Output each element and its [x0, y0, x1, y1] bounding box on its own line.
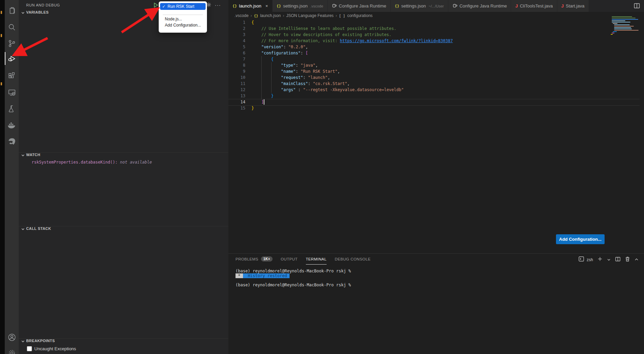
minimap[interactable]: [611, 16, 641, 35]
code-line-8[interactable]: 8 "type": "java",: [228, 62, 644, 68]
code-line-6[interactable]: 6 "configurations": [: [228, 50, 644, 56]
activity-gradle-icon[interactable]: [5, 134, 19, 149]
code-line-1[interactable]: 1{: [228, 19, 644, 26]
activity-search-icon[interactable]: [5, 20, 19, 35]
breadcrumb-separator: ›: [283, 13, 284, 18]
activity-source-control-icon[interactable]: [5, 36, 19, 51]
watch-expression-row[interactable]: rskSystemProperties.databaseKind(): not …: [32, 160, 152, 165]
breadcrumb-item[interactable]: {} launch.json: [254, 13, 281, 18]
dropdown-item-add-configuration[interactable]: Add Configuration...: [165, 23, 201, 28]
watch-section-header[interactable]: WATCH: [21, 153, 40, 157]
start-debugging-play-icon[interactable]: [153, 2, 159, 8]
kill-terminal-trash-icon[interactable]: [625, 256, 630, 263]
activity-extensions-icon[interactable]: [5, 69, 19, 84]
code-line-4[interactable]: 4 // For more information, visit: https:…: [228, 38, 644, 44]
menu-separator: [163, 15, 203, 15]
split-terminal-icon[interactable]: [615, 256, 621, 263]
code-line-7[interactable]: 7 {: [228, 56, 644, 62]
terminal-output[interactable]: (base) reynoldmorel@Reynolds-MacBook-Pro…: [236, 269, 351, 287]
panel-tab-problems[interactable]: PROBLEMS1K+: [236, 254, 273, 265]
debug-sidebar: RUN AND DEBUG ··· VARIABLES WATCH rskSys…: [19, 0, 229, 354]
tab-clitoolstest-java[interactable]: JCliToolsTest.java: [511, 0, 557, 12]
code-line-15[interactable]: 15}: [228, 105, 644, 111]
variables-section-header[interactable]: VARIABLES: [21, 10, 49, 14]
activity-settings-gear-icon[interactable]: [5, 345, 19, 354]
breadcrumb-separator: ›: [336, 13, 337, 18]
maximize-panel-chevron-icon[interactable]: [634, 257, 639, 263]
line-number: 3: [228, 32, 251, 38]
breadcrumb: .vscode›{} launch.json›JSON Language Fea…: [234, 12, 372, 19]
code-line-3[interactable]: 3 // Hover to view descriptions of exist…: [228, 32, 644, 38]
add-configuration-button[interactable]: Add Configuration...: [556, 234, 605, 244]
activity-testing-icon[interactable]: [5, 101, 19, 116]
panel-tab-bar: PROBLEMS1K+OUTPUTTERMINALDEBUG CONSOLE: [236, 254, 371, 265]
call-stack-section-header[interactable]: CALL STACK: [21, 226, 51, 231]
tab-launch-json[interactable]: {}launch.json×: [228, 0, 273, 12]
code-text: // Use IntelliSense to learn about possi…: [251, 26, 396, 32]
code-line-11[interactable]: 11 "mainClass": "co.rsk.Start",: [228, 81, 644, 87]
activity-accounts-icon[interactable]: [5, 330, 19, 345]
minimap-line: [614, 27, 631, 28]
code-line-12[interactable]: 12 "args" : "--regtest -Xkeyvalue.dataso…: [228, 87, 644, 93]
panel-tab-debug-console[interactable]: DEBUG CONSOLE: [335, 254, 371, 265]
code-text: // For more information, visit: https://…: [251, 38, 453, 44]
tab-detail: .vscode: [310, 4, 323, 8]
section-divider: [19, 152, 228, 153]
check-icon: ✓: [162, 4, 166, 9]
dropdown-item-nodejs[interactable]: Node.js...: [165, 17, 182, 21]
line-number: 6: [228, 50, 251, 56]
code-text: "configurations": [: [251, 50, 308, 56]
code-text: "request": "launch",: [251, 74, 330, 81]
close-icon[interactable]: ×: [265, 3, 268, 9]
breadcrumb-item[interactable]: [ ] configurations: [339, 13, 373, 18]
shell-name-label[interactable]: zsh: [587, 257, 593, 262]
desktop-edge-strip: [0, 0, 5, 354]
minimap-line: [612, 22, 630, 22]
line-number: 7: [228, 56, 251, 62]
text-cursor: [264, 99, 264, 105]
dropdown-selected-item[interactable]: ✓ Run RSK Start: [160, 3, 206, 10]
code-line-9[interactable]: 9 "name": "Run RSK Start",: [228, 68, 644, 74]
tab-start-java[interactable]: JStart.java: [557, 0, 589, 12]
indent-guide: [271, 62, 272, 93]
launch-profile-chevron-icon[interactable]: [607, 257, 611, 263]
minimap-line: [614, 26, 634, 27]
panel-tab-output[interactable]: OUTPUT: [281, 254, 298, 265]
activity-explorer-icon[interactable]: [5, 3, 19, 18]
minimap-line: [613, 31, 617, 32]
editor-area: {}launch.json×{}settings.json.vscodeConf…: [228, 0, 644, 253]
tab-configure-java-runtime[interactable]: Configure Java Runtime: [328, 0, 390, 12]
problems-count-badge: 1K+: [261, 256, 273, 262]
split-editor-icon[interactable]: [634, 3, 641, 10]
code-editor[interactable]: 1{2 // Use IntelliSense to learn about p…: [228, 19, 644, 111]
tab-settings-json[interactable]: {}settings.json.vscode: [273, 0, 328, 12]
minimap-line: [612, 20, 625, 21]
watch-expression: rskSystemProperties.databaseKind():: [32, 160, 118, 165]
code-line-10[interactable]: 10 "request": "launch",: [228, 74, 644, 81]
minimap-line: [611, 34, 613, 35]
activity-remote-explorer-icon[interactable]: [5, 85, 19, 100]
code-line-5[interactable]: 5 "version": "0.2.0",: [228, 44, 644, 50]
breadcrumb-item[interactable]: .vscode: [234, 13, 248, 18]
activity-docker-icon[interactable]: [5, 118, 19, 133]
tab-label: launch.json: [239, 3, 261, 9]
code-text: {: [251, 19, 254, 26]
panel-tab-terminal[interactable]: TERMINAL: [306, 254, 327, 265]
code-line-2[interactable]: 2 // Use IntelliSense to learn about pos…: [228, 26, 644, 32]
tab-configure-java-runtime[interactable]: Configure Java Runtime: [448, 0, 511, 12]
minimap-line: [612, 33, 614, 33]
breadcrumb-item[interactable]: JSON Language Features: [286, 13, 333, 18]
new-terminal-icon[interactable]: [597, 256, 603, 263]
breakpoints-section-header[interactable]: BREAKPOINTS: [21, 339, 55, 343]
uncaught-exceptions-checkbox[interactable]: [27, 346, 32, 351]
code-line-14[interactable]: 14 ]: [228, 99, 644, 105]
editor-tab-bar: {}launch.json×{}settings.json.vscodeConf…: [228, 0, 644, 12]
line-number: 4: [228, 38, 251, 44]
terminal-shell-icon[interactable]: [578, 256, 584, 263]
code-text: "name": "Run RSK Start",: [251, 68, 340, 74]
code-line-13[interactable]: 13 }: [228, 93, 644, 99]
more-actions-icon[interactable]: ···: [215, 2, 221, 8]
code-text: {: [251, 56, 274, 62]
tab-settings-json[interactable]: {}settings.json~/.../User: [391, 0, 448, 12]
activity-run-and-debug-icon[interactable]: [5, 51, 19, 66]
